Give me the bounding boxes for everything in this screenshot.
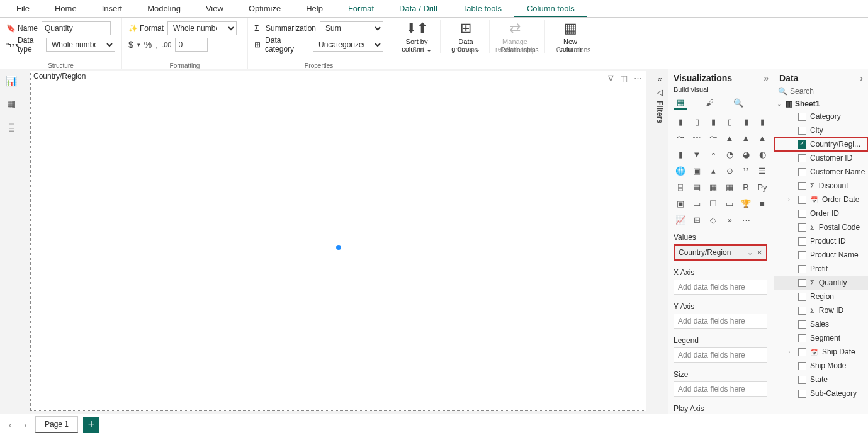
datatype-select[interactable]: Whole number <box>46 38 115 52</box>
viz-type-icon[interactable]: ▤ <box>690 180 704 194</box>
field-checkbox[interactable] <box>798 182 806 190</box>
report-view-icon[interactable]: 📊 <box>6 76 17 87</box>
collapse-right-icon[interactable]: » <box>764 73 769 83</box>
viz-type-icon[interactable]: ▮ <box>739 115 753 128</box>
viz-type-icon[interactable]: ◔ <box>723 147 736 161</box>
data-field[interactable]: Row ID <box>774 303 868 317</box>
field-remove-icon[interactable]: ✕ <box>757 249 762 257</box>
viz-type-icon[interactable]: » <box>723 213 736 227</box>
viz-type-icon[interactable]: ▲ <box>755 131 769 145</box>
viz-type-icon[interactable]: ▭ <box>690 196 704 210</box>
data-field[interactable]: Sub-Category <box>774 387 868 400</box>
well-size-drop[interactable]: Add data fields here <box>674 381 767 397</box>
viz-type-icon[interactable]: ◇ <box>706 213 720 227</box>
ribbon-tab[interactable]: File <box>4 1 42 17</box>
data-field[interactable]: Category <box>774 110 868 123</box>
field-checkbox[interactable] <box>798 293 806 301</box>
data-field[interactable]: Order ID <box>774 206 868 220</box>
add-page-button[interactable]: + <box>83 417 99 433</box>
field-checkbox[interactable] <box>798 113 806 121</box>
data-field[interactable]: City <box>774 123 868 137</box>
data-field[interactable]: Customer Name <box>774 165 868 179</box>
field-checkbox[interactable] <box>798 307 806 315</box>
ribbon-tab[interactable]: Table tools <box>450 1 514 17</box>
field-checkbox[interactable] <box>798 223 806 232</box>
data-search[interactable]: 🔍 Search <box>778 87 864 96</box>
viz-type-icon[interactable]: ☰ <box>755 164 769 178</box>
viz-type-icon[interactable]: ⋯ <box>739 213 753 227</box>
model-view-icon[interactable]: ⌸ <box>6 121 17 132</box>
field-checkbox[interactable] <box>798 334 806 342</box>
datacategory-select[interactable]: Uncategorized <box>313 38 383 52</box>
field-checkbox[interactable] <box>798 210 806 218</box>
data-field[interactable]: Country/Regi... <box>774 137 868 151</box>
more-icon[interactable]: ⋯ <box>634 74 642 83</box>
data-field[interactable]: Postal Code <box>774 220 868 234</box>
name-input[interactable] <box>42 21 111 35</box>
well-legend-drop[interactable]: Add data fields here <box>674 347 767 363</box>
page-prev-icon[interactable]: ‹ <box>5 420 15 430</box>
viz-type-icon[interactable]: ☐ <box>706 196 720 210</box>
field-checkbox[interactable] <box>798 168 806 176</box>
filters-pane-collapsed[interactable]: « ◁ Filters <box>651 69 668 414</box>
field-checkbox[interactable] <box>798 279 806 287</box>
viz-type-icon[interactable]: ⊙ <box>723 164 736 178</box>
field-checkbox[interactable] <box>798 390 806 398</box>
field-checkbox[interactable] <box>798 348 806 356</box>
viz-type-icon[interactable]: ▼ <box>690 147 704 161</box>
data-field[interactable]: Profit <box>774 262 868 276</box>
viz-type-icon[interactable]: ▲ <box>739 131 753 145</box>
viz-type-icon[interactable]: ▮ <box>706 115 720 128</box>
viz-type-icon[interactable]: ▣ <box>674 196 687 210</box>
field-menu-icon[interactable]: ⌄ <box>747 249 753 257</box>
summarization-select[interactable]: Sum <box>320 21 383 35</box>
viz-type-icon[interactable]: ▯ <box>723 115 736 128</box>
viz-type-icon[interactable]: ◐ <box>755 147 769 161</box>
viz-type-icon[interactable]: ■ <box>755 196 769 210</box>
viz-type-icon[interactable]: ▭ <box>723 196 736 210</box>
percent-icon[interactable]: % <box>144 40 152 50</box>
viz-type-icon[interactable]: ▯ <box>690 115 704 128</box>
decimals-input[interactable] <box>175 38 208 52</box>
field-checkbox[interactable] <box>798 362 806 370</box>
data-field[interactable]: Segment <box>774 331 868 345</box>
page-tab[interactable]: Page 1 <box>35 416 78 433</box>
field-checkbox[interactable] <box>798 320 806 329</box>
viz-type-icon[interactable]: ⊞ <box>690 213 704 227</box>
viz-type-icon[interactable]: Py <box>755 180 769 194</box>
viz-type-icon[interactable]: R <box>739 180 753 194</box>
filter-icon[interactable]: ∇ <box>608 74 614 83</box>
viz-type-icon[interactable]: 📈 <box>674 213 687 227</box>
viz-type-icon[interactable]: 〜 <box>706 131 720 145</box>
viz-type-icon[interactable]: ¹² <box>739 164 753 178</box>
ribbon-tab[interactable]: Optimize <box>236 1 293 17</box>
viz-type-icon[interactable]: ▲ <box>723 131 736 145</box>
page-next-icon[interactable]: › <box>20 420 30 430</box>
viz-type-icon[interactable]: ⚬ <box>706 147 720 161</box>
table-view-icon[interactable]: ▦ <box>6 98 17 110</box>
viz-type-icon[interactable]: ▮ <box>674 147 687 161</box>
field-checkbox[interactable] <box>798 237 806 246</box>
well-yaxis-drop[interactable]: Add data fields here <box>674 314 767 329</box>
ribbon-tab[interactable]: Column tools <box>514 1 587 17</box>
ribbon-tab[interactable]: View <box>193 1 236 17</box>
data-field[interactable]: ›Order Date <box>774 193 868 206</box>
visual-placeholder[interactable]: Country/Region ∇ ◫ ⋯ <box>30 71 646 411</box>
decimal-icon[interactable]: .00 <box>162 41 171 48</box>
analytics-tab[interactable]: 🔍 <box>731 96 745 110</box>
expand-left-icon[interactable]: « <box>657 74 662 84</box>
build-visual-tab[interactable]: ▦ <box>674 96 687 110</box>
viz-type-icon[interactable]: 🌐 <box>674 164 687 178</box>
viz-type-icon[interactable]: 🏆 <box>739 196 753 210</box>
data-field[interactable]: Discount <box>774 179 868 193</box>
data-field[interactable]: Product Name <box>774 248 868 262</box>
data-field[interactable]: Sales <box>774 317 868 331</box>
viz-type-icon[interactable]: ▮ <box>755 115 769 128</box>
format-visual-tab[interactable]: 🖌 <box>702 96 716 110</box>
field-checkbox[interactable] <box>798 196 806 204</box>
ribbon-tab[interactable]: Data / Drill <box>386 1 450 17</box>
ribbon-tab[interactable]: Help <box>293 1 335 17</box>
data-field[interactable]: Quantity <box>774 276 868 290</box>
data-field[interactable]: State <box>774 373 868 387</box>
data-field[interactable]: Product ID <box>774 234 868 248</box>
